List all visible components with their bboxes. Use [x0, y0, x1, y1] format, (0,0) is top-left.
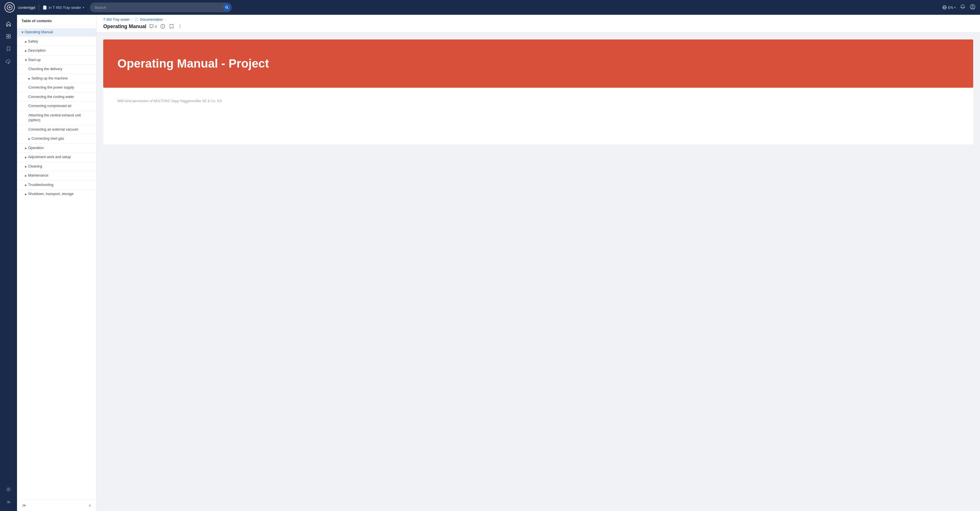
svg-point-17: [180, 25, 180, 25]
toc-item-safety[interactable]: ▶ Safety: [17, 38, 96, 46]
nav-expand-button[interactable]: ≫: [3, 496, 14, 508]
nav-grid-button[interactable]: [3, 31, 14, 42]
toc-label-compressed-air: Connecting compressed air: [29, 104, 92, 109]
doc-title-row: Operating Manual 0: [103, 23, 183, 30]
nav-settings-button[interactable]: [3, 484, 14, 495]
search-input[interactable]: [90, 3, 232, 12]
toc-item-cooling-water[interactable]: Connecting the cooling water: [17, 93, 96, 101]
content-body: With kind permission of MULTIVAC Sepp Ha…: [103, 88, 973, 144]
toc-arrow-operation: ▶: [25, 147, 27, 150]
toc-label-startup: Start-up: [28, 57, 92, 63]
toc-item-troubleshooting[interactable]: ▶ Troubleshooting: [17, 181, 96, 189]
toc-label-cooling-water: Connecting the cooling water: [29, 94, 92, 100]
toc-arrow-startup: ▶: [24, 59, 28, 61]
comment-count: 0: [155, 24, 157, 29]
svg-point-9: [972, 5, 974, 7]
topbar: contentgpt 📄 in T 450 Tray sealer ▾ EN ▾: [0, 0, 980, 15]
sidebar-collapse-button[interactable]: «: [87, 502, 93, 509]
topbar-right: EN ▾: [942, 4, 975, 11]
toc-item-exhaust[interactable]: Attaching the central exhaust unit (opti…: [17, 112, 96, 125]
toc-sep-1: [17, 37, 96, 37]
toc-item-adjustment[interactable]: ▶ Adjustment work and setup: [17, 153, 96, 161]
toc-sep-13: [17, 152, 96, 153]
logo[interactable]: [5, 2, 15, 13]
toc-item-compressed-air[interactable]: Connecting compressed air: [17, 102, 96, 110]
nav-cloud-button[interactable]: [3, 56, 14, 67]
toc-arrow-cleaning: ▶: [25, 165, 27, 169]
toc-label-external-vacuum: Connecting an external vacuum: [29, 127, 92, 132]
user-avatar-icon[interactable]: [970, 4, 975, 11]
toc-sep-2: [17, 46, 96, 46]
toc-sep-16: [17, 180, 96, 180]
toc-item-setting-up[interactable]: ▶ Setting up the machine: [17, 75, 96, 83]
topbar-divider: [39, 5, 39, 10]
content-area: T 450 Tray sealer › 📄 Documentation › Op…: [96, 15, 980, 511]
toc-item-power-supply[interactable]: Connecting the power supply: [17, 84, 96, 92]
toc-arrow-adjustment: ▶: [25, 156, 27, 159]
svg-point-18: [180, 26, 180, 27]
toc-arrow-inert-gas: ▶: [29, 137, 30, 141]
toc-sep-3: [17, 55, 96, 56]
permission-text: With kind permission of MULTIVAC Sepp Ha…: [118, 99, 959, 103]
search-button[interactable]: [223, 4, 231, 11]
toc-item-cleaning[interactable]: ▶ Cleaning: [17, 163, 96, 171]
toc-item-inert-gas[interactable]: ▶ Connecting inert gas: [17, 135, 96, 143]
svg-rect-13: [9, 37, 11, 38]
hero-banner: Operating Manual - Project: [103, 40, 973, 88]
toc-item-operation[interactable]: ▶ Operation: [17, 144, 96, 152]
language-selector[interactable]: EN ▾: [942, 5, 956, 10]
notification-icon[interactable]: [960, 4, 965, 11]
toc-item-external-vacuum[interactable]: Connecting an external vacuum: [17, 126, 96, 134]
sidebar-footer: ≫ «: [17, 499, 96, 511]
search-bar: [90, 3, 232, 12]
left-icon-nav: ≫: [0, 15, 17, 511]
toc-arrow-maintenance: ▶: [25, 174, 27, 178]
more-options-button[interactable]: [177, 24, 183, 29]
topbar-context[interactable]: 📄 in T 450 Tray sealer ▾: [43, 5, 84, 10]
breadcrumb-tray-sealer[interactable]: T 450 Tray sealer: [103, 18, 130, 22]
toc-item-shutdown[interactable]: ▶ Shutdown, transport, storage: [17, 190, 96, 198]
toc-label-operating-manual: Operating Manual: [25, 30, 92, 35]
toc-sep-9: [17, 111, 96, 111]
toc-label-power-supply: Connecting the power supply: [29, 85, 92, 90]
toc-sep-5: [17, 74, 96, 74]
breadcrumb-separator-2: ›: [164, 18, 165, 21]
info-button[interactable]: [160, 23, 166, 30]
toc-item-checking-delivery[interactable]: Checking the delivery: [17, 65, 96, 73]
toc-sep-7: [17, 92, 96, 93]
toc-sep-15: [17, 171, 96, 171]
svg-point-2: [10, 7, 10, 8]
sidebar-content: ▶ Operating Manual ▶ Safety ▶ Descriptio…: [17, 26, 96, 499]
toc-sep-4: [17, 64, 96, 65]
toc-sep-8: [17, 101, 96, 102]
svg-rect-12: [6, 37, 8, 38]
comment-button[interactable]: 0: [149, 24, 157, 29]
toc-label-inert-gas: Connecting inert gas: [32, 136, 92, 141]
hero-title: Operating Manual - Project: [118, 56, 959, 71]
toc-sep-14: [17, 162, 96, 162]
toc-label-setting-up: Setting up the machine: [32, 76, 92, 81]
bookmark-button[interactable]: [169, 23, 174, 30]
toc-arrow-operating-manual: ▶: [21, 32, 24, 34]
toc-label-shutdown: Shutdown, transport, storage: [28, 192, 92, 197]
sidebar-expand-button[interactable]: ≫: [21, 502, 28, 509]
toc-label-troubleshooting: Troubleshooting: [28, 182, 92, 188]
toc-label-cleaning: Cleaning: [28, 164, 92, 169]
toc-sep-17: [17, 189, 96, 190]
nav-bookmark-button[interactable]: [3, 43, 14, 54]
nav-home-button[interactable]: [3, 18, 14, 30]
sidebar-toc: Table of contents ▶ Operating Manual ▶ S…: [17, 15, 96, 511]
toc-arrow-safety: ▶: [25, 40, 27, 44]
toc-arrow-description: ▶: [25, 49, 27, 53]
doc-actions: 0: [149, 23, 183, 30]
toc-sep-10: [17, 125, 96, 125]
toc-item-startup[interactable]: ▶ Start-up: [17, 56, 96, 64]
toc-label-exhaust: Attaching the central exhaust unit (opti…: [29, 113, 92, 123]
breadcrumb: T 450 Tray sealer › 📄 Documentation ›: [103, 18, 183, 22]
toc-item-description[interactable]: ▶ Description: [17, 47, 96, 55]
doc-icon: 📄: [43, 5, 47, 10]
content-scroll[interactable]: Operating Manual - Project With kind per…: [96, 33, 980, 511]
toc-item-operating-manual[interactable]: ▶ Operating Manual: [17, 29, 96, 36]
toc-item-maintenance[interactable]: ▶ Maintenance: [17, 172, 96, 180]
breadcrumb-documentation[interactable]: Documentation: [140, 18, 163, 22]
